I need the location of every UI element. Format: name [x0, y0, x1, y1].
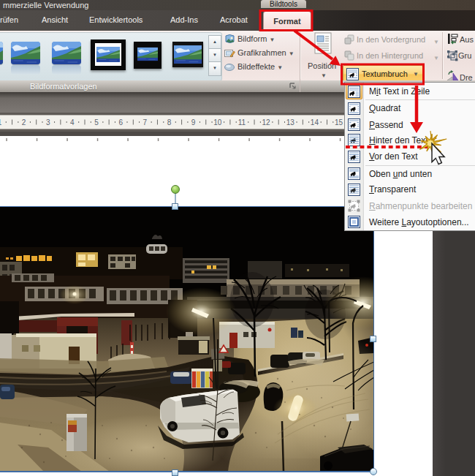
svg-text:3: 3 — [46, 118, 50, 126]
svg-text:9: 9 — [191, 118, 196, 126]
svg-text:4: 4 — [70, 118, 75, 126]
svg-text:2: 2 — [22, 118, 26, 126]
svg-text:10: 10 — [213, 118, 222, 126]
svg-text:8: 8 — [167, 118, 172, 126]
svg-text:6: 6 — [118, 118, 123, 126]
svg-text:13: 13 — [286, 118, 295, 126]
svg-text:7: 7 — [143, 118, 148, 126]
svg-text:12: 12 — [262, 118, 271, 126]
svg-text:5: 5 — [94, 118, 99, 126]
svg-text:11: 11 — [238, 118, 246, 126]
svg-text:15: 15 — [335, 118, 343, 126]
svg-text:14: 14 — [311, 118, 319, 126]
